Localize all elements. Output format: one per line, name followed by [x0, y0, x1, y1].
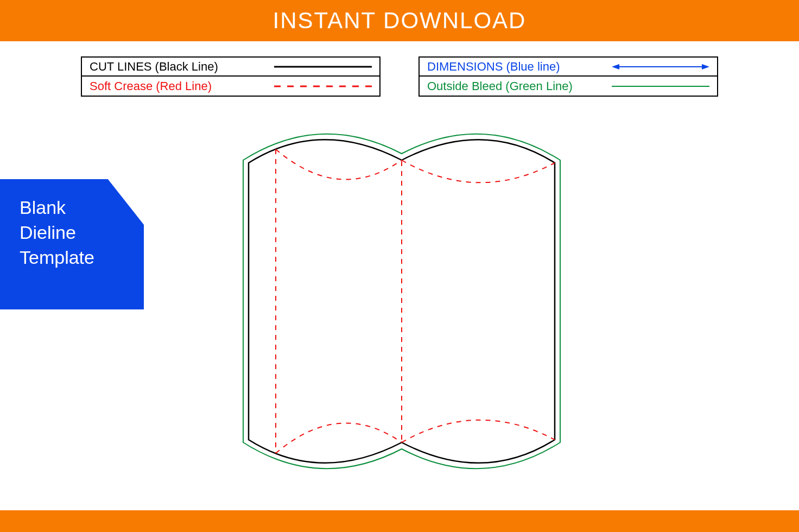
svg-marker-3: [612, 64, 619, 69]
bleed-line-sample: [612, 84, 709, 89]
dimension-line-sample: [612, 63, 709, 71]
legend-box-right: DIMENSIONS (Blue line) Outside Bleed (Gr…: [418, 56, 718, 97]
cut-line-sample: [274, 64, 372, 69]
legend-row-dimensions: DIMENSIONS (Blue line): [420, 58, 717, 77]
side-label-line3: Template: [20, 245, 144, 270]
legend-label-cutlines: CUT LINES (Black Line): [90, 60, 274, 74]
crease-line-sample: [274, 84, 372, 89]
legend-container: CUT LINES (Black Line) Soft Crease (Red …: [0, 56, 799, 97]
top-banner: INSTANT DOWNLOAD: [0, 0, 799, 41]
legend-label-bleed: Outside Bleed (Green Line): [427, 79, 612, 93]
side-label-line1: Blank: [20, 195, 144, 220]
legend-row-cutlines: CUT LINES (Black Line): [82, 58, 379, 77]
legend-row-bleed: Outside Bleed (Green Line): [420, 77, 717, 96]
legend-label-dimensions: DIMENSIONS (Blue line): [427, 60, 612, 74]
dieline-template: [233, 111, 570, 491]
legend-box-left: CUT LINES (Black Line) Soft Crease (Red …: [81, 56, 381, 97]
svg-marker-4: [702, 64, 709, 69]
side-label-line2: Dieline: [20, 220, 144, 245]
banner-title: INSTANT DOWNLOAD: [273, 8, 527, 34]
side-label-panel: Blank Dieline Template: [0, 179, 144, 309]
legend-row-crease: Soft Crease (Red Line): [82, 77, 379, 96]
legend-label-crease: Soft Crease (Red Line): [90, 79, 274, 93]
bottom-banner: [0, 510, 799, 532]
